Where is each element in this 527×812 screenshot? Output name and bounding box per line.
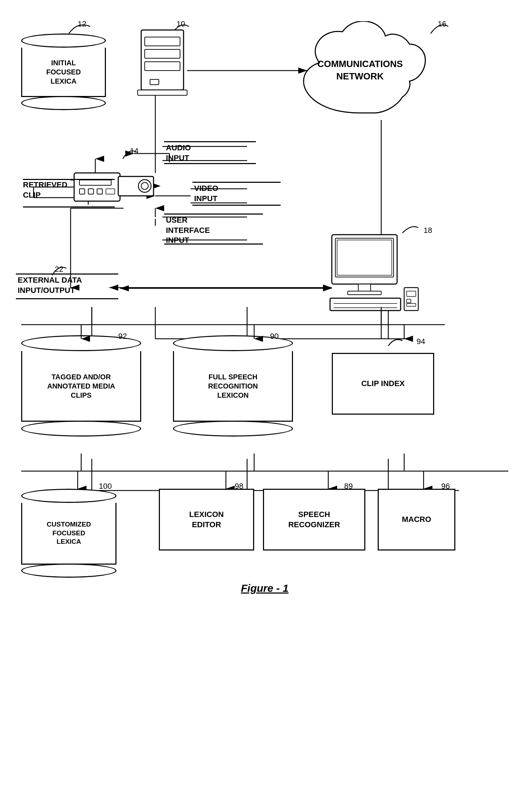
svg-rect-43 — [145, 62, 180, 71]
svg-rect-53 — [106, 189, 115, 194]
server-icon — [134, 26, 191, 104]
ref-22: 22 — [55, 265, 63, 274]
ref-100: 100 — [99, 482, 112, 491]
external-data-label: EXTERNAL DATAINPUT/OUTPUT — [18, 275, 82, 295]
tagged-clips: TAGGED AND/ORANNOTATED MEDIACLIPS — [21, 335, 141, 438]
speech-recognizer: SPEECHRECOGNIZER — [263, 489, 365, 551]
retrieved-clip-label: RETRIEVEDCLIP — [23, 180, 67, 200]
svg-rect-48 — [74, 173, 120, 201]
ref-10: 10 — [176, 19, 185, 29]
svg-rect-50 — [79, 189, 85, 194]
lexicon-editor: LEXICONEDITOR — [159, 489, 254, 551]
ref-16: 16 — [438, 19, 446, 29]
svg-rect-52 — [97, 189, 102, 194]
mid-bus — [21, 307, 445, 342]
svg-rect-66 — [348, 291, 381, 295]
vcr-device — [71, 152, 169, 226]
initial-focused-lexica: INITIALFOCUSEDLEXICA — [21, 34, 106, 111]
svg-rect-51 — [88, 189, 94, 194]
communications-network: COMMUNICATIONS NETWORK — [293, 21, 427, 120]
svg-rect-44 — [150, 79, 159, 85]
svg-rect-41 — [145, 37, 180, 46]
customized-focused-lexica: CUSTOMIZEDFOCUSEDLEXICA — [21, 489, 116, 579]
svg-rect-72 — [407, 299, 411, 303]
ref-18: 18 — [424, 226, 432, 235]
svg-marker-57 — [154, 184, 161, 188]
ref-12: 12 — [78, 19, 86, 29]
svg-rect-73 — [407, 303, 416, 306]
external-arrow — [116, 284, 335, 293]
ref-96: 96 — [441, 482, 450, 491]
ref-14: 14 — [130, 146, 138, 156]
ref-89: 89 — [344, 482, 353, 491]
full-speech: FULL SPEECHRECOGNITIONLEXICON — [173, 335, 293, 438]
svg-rect-71 — [407, 291, 416, 296]
svg-point-56 — [141, 182, 148, 190]
audio-input-label: AUDIOINPUT — [166, 143, 191, 163]
svg-rect-49 — [79, 180, 111, 185]
macro: MACRO — [378, 489, 455, 551]
ref-98: 98 — [235, 482, 243, 491]
computer-icon — [328, 233, 420, 314]
figure-caption: Figure - 1 — [194, 582, 335, 594]
user-interface-input-label: USERINTERFACEINPUT — [166, 215, 210, 246]
svg-rect-65 — [358, 284, 371, 291]
clip-index: CLIP INDEX — [332, 353, 434, 415]
diagram: INITIALFOCUSEDLEXICA 12 10 COMMUNICATION… — [0, 0, 527, 812]
svg-rect-64 — [337, 240, 392, 275]
svg-rect-42 — [145, 49, 180, 58]
svg-text:COMMUNICATIONS: COMMUNICATIONS — [317, 59, 403, 69]
svg-text:NETWORK: NETWORK — [336, 71, 384, 82]
svg-rect-45 — [138, 90, 187, 95]
video-input-label: VIDEOINPUT — [194, 184, 218, 204]
